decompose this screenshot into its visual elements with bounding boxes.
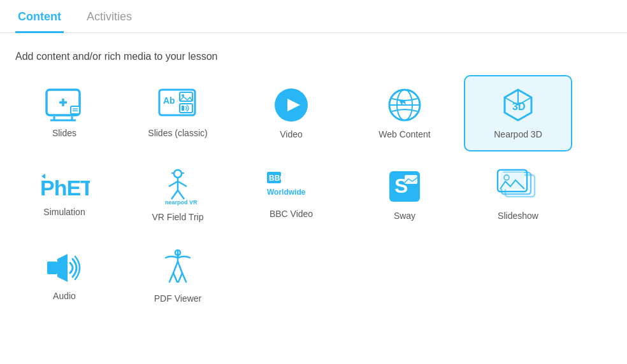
slideshow-label: Slideshow [498, 211, 538, 221]
simulation-icon: PhET [39, 172, 90, 200]
card-pdf-viewer[interactable]: PDF Viewer [124, 238, 232, 314]
svg-text:3D: 3D [512, 101, 525, 112]
vr-field-trip-label: VR Field Trip [152, 212, 204, 222]
svg-line-35 [178, 190, 184, 199]
sway-icon: S [387, 169, 422, 204]
svg-rect-49 [500, 172, 524, 189]
card-bbc-video[interactable]: BBC Worldwide BBC Video [237, 157, 345, 233]
card-slides[interactable]: Slides [10, 75, 119, 151]
svg-marker-52 [57, 254, 68, 282]
svg-rect-6 [71, 106, 80, 114]
video-icon [273, 87, 309, 123]
bbc-video-label: BBC Video [270, 209, 313, 219]
svg-text:Worldwide: Worldwide [267, 188, 306, 197]
card-slides-classic[interactable]: Ab Slides (classic) [124, 75, 232, 151]
video-label: Video [280, 129, 303, 139]
nearpod-3d-icon: 3D [498, 87, 538, 123]
svg-line-33 [178, 181, 187, 186]
web-content-icon [387, 87, 422, 123]
svg-rect-11 [180, 92, 192, 101]
slides-label: Slides [52, 128, 76, 138]
card-simulation[interactable]: PhET Simulation [10, 157, 119, 233]
card-audio[interactable]: Audio [10, 238, 119, 314]
pdf-viewer-label: PDF Viewer [154, 293, 201, 304]
card-web-content[interactable]: Web Content [350, 75, 459, 151]
vr-field-trip-icon: nearpod VR [159, 167, 197, 206]
pdf-viewer-icon [161, 249, 195, 287]
card-slideshow[interactable]: Slideshow [464, 157, 572, 233]
content-grid: Slides Ab Slides (classic) [0, 75, 627, 314]
svg-text:PhET: PhET [40, 176, 90, 200]
card-vr-field-trip[interactable]: nearpod VR VR Field Trip [124, 157, 232, 233]
svg-rect-14 [182, 106, 184, 111]
slides-classic-icon: Ab [158, 88, 198, 122]
svg-rect-51 [47, 262, 57, 274]
svg-line-34 [171, 190, 178, 199]
tab-content[interactable]: Content [15, 0, 64, 33]
audio-icon [45, 251, 84, 284]
svg-point-28 [174, 170, 182, 178]
tab-bar: Content Activities [0, 0, 627, 33]
slides-icon [45, 88, 83, 122]
svg-line-32 [169, 181, 178, 186]
slideshow-icon [496, 169, 540, 204]
slides-classic-label: Slides (classic) [148, 128, 207, 138]
svg-text:nearpod VR: nearpod VR [165, 199, 197, 206]
simulation-label: Simulation [43, 207, 85, 217]
svg-text:BBC: BBC [269, 174, 285, 183]
page-subtitle: Add content and/or rich media to your le… [0, 33, 627, 75]
audio-label: Audio [53, 291, 76, 301]
sway-label: Sway [394, 211, 415, 221]
card-nearpod-3d[interactable]: 3D Nearpod 3D [464, 75, 572, 151]
nearpod-3d-label: Nearpod 3D [494, 129, 542, 139]
card-sway[interactable]: S Sway [350, 157, 459, 233]
web-content-label: Web Content [378, 129, 430, 139]
card-video[interactable]: Video [237, 75, 345, 151]
bbc-video-icon: BBC Worldwide [266, 171, 317, 202]
svg-text:Ab: Ab [163, 95, 175, 106]
tab-activities[interactable]: Activities [84, 0, 134, 33]
